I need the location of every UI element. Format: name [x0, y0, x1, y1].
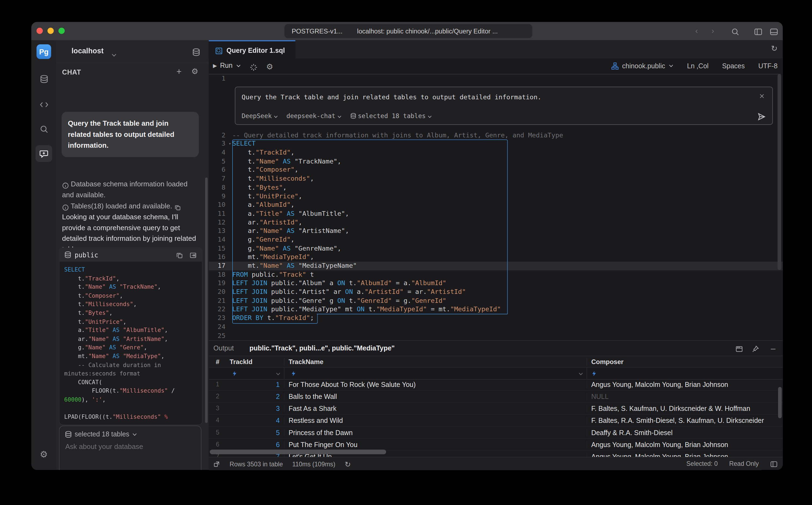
copy-icon[interactable]: [174, 203, 181, 211]
editor-line[interactable]: 14 g."GenreId",: [209, 235, 783, 244]
editor-line[interactable]: 13 ar."Name" AS "ArtistName",: [209, 227, 783, 235]
horizontal-scrollbar[interactable]: [210, 450, 386, 454]
fold-caret-icon[interactable]: ▾: [229, 140, 231, 149]
editor-scrollbar[interactable]: [778, 74, 781, 270]
column-header-trackid[interactable]: TrackId: [227, 358, 284, 365]
editor-line[interactable]: 21LEFT JOIN public."Genre" g ON t."Genre…: [209, 297, 783, 305]
chat-header: CHAT + ⚙: [56, 62, 209, 82]
settings-gear-icon[interactable]: ⚙: [31, 446, 56, 463]
table-row[interactable]: 22Balls to the WallNULL: [209, 390, 783, 402]
sql-editor[interactable]: 1 Query the Track table and join related…: [209, 74, 783, 340]
panel-toggle-icon[interactable]: [770, 460, 778, 468]
search-icon[interactable]: [730, 27, 741, 36]
editor-line[interactable]: 23ORDER BY t."TrackId";: [209, 314, 783, 323]
ai-provider-dropdown[interactable]: DeepSeek: [242, 112, 278, 120]
code-nav-icon[interactable]: [31, 96, 56, 113]
editor-line[interactable]: 16 mt."MediaTypeId",: [209, 253, 783, 262]
close-window-button[interactable]: [36, 28, 43, 34]
insert-code-icon[interactable]: [190, 251, 197, 259]
postgres-logo[interactable]: Pg: [36, 44, 51, 59]
editor-line[interactable]: 22LEFT JOIN public."MediaType" mt ON t."…: [209, 305, 783, 314]
vertical-scrollbar[interactable]: [778, 387, 782, 418]
editor-line[interactable]: 8 t."Bytes",: [209, 183, 783, 192]
code-block-header: public: [59, 248, 202, 262]
editor-line[interactable]: 1: [209, 74, 783, 83]
editor-line[interactable]: 12 ar."ArtistId",: [209, 218, 783, 227]
table-row[interactable]: 66Put The Finger On YouAngus Young, Malc…: [209, 439, 783, 451]
ai-tables-dropdown[interactable]: selected 18 tables: [350, 112, 432, 120]
toggle-sidebar-icon[interactable]: [753, 27, 764, 36]
editor-line[interactable]: 2-- Query detailed track information wit…: [209, 131, 783, 140]
encoding-indicator[interactable]: UTF-8: [758, 62, 778, 70]
editor-line[interactable]: 15 g."Name" AS "GenreName",: [209, 244, 783, 253]
minimize-window-button[interactable]: [48, 28, 54, 34]
output-result-tab[interactable]: public."Track", publi...e", public."Medi…: [249, 344, 394, 352]
zoom-window-button[interactable]: [58, 28, 65, 34]
filter-trackid[interactable]: [227, 368, 284, 379]
column-header-trackname[interactable]: TrackName: [284, 358, 587, 365]
editor-line[interactable]: 5 t."Name" AS "TrackName",: [209, 157, 783, 166]
tab-query-editor[interactable]: Query Editor 1.sql: [209, 40, 296, 59]
filter-trackname[interactable]: [284, 368, 587, 379]
schema-breadcrumb[interactable]: chinook.public: [611, 61, 673, 70]
ai-send-icon[interactable]: [757, 112, 766, 121]
minimize-panel-icon[interactable]: –: [771, 344, 776, 354]
filter-composer[interactable]: [587, 368, 783, 379]
editor-line[interactable]: 24: [209, 323, 783, 331]
history-forward-icon[interactable]: ›: [707, 26, 719, 35]
editor-line[interactable]: 25: [209, 331, 783, 340]
read-only-indicator[interactable]: Read Only: [729, 460, 759, 468]
editor-line[interactable]: 11 a."Title" AS "AlbumTitle",: [209, 209, 783, 218]
table-row[interactable]: 11For Those About To Rock (We Salute You…: [209, 378, 783, 390]
table-row[interactable]: 55Princess of the DawnDeaffy & R.A. Smit…: [209, 427, 783, 439]
table-row[interactable]: 33Fast As a SharkF. Baltes, S. Kaufman, …: [209, 403, 783, 415]
copy-code-icon[interactable]: [176, 251, 183, 259]
column-header-composer[interactable]: Composer: [587, 358, 783, 365]
chat-input-placeholder[interactable]: Ask about your database: [65, 443, 143, 451]
editor-line[interactable]: 19LEFT JOIN public."Album" a ON t."Album…: [209, 279, 783, 288]
editor-line[interactable]: 18FROM public."Track" t: [209, 270, 783, 279]
history-back-icon[interactable]: ‹: [691, 26, 703, 35]
schema-list-icon[interactable]: [192, 47, 201, 56]
ai-fix-wand-icon[interactable]: [249, 62, 258, 71]
connection-chevron-icon[interactable]: [111, 50, 117, 59]
indentation-indicator[interactable]: Spaces: [722, 62, 745, 70]
ai-prompt-text[interactable]: Query the Track table and join related t…: [242, 93, 541, 101]
search-nav-icon[interactable]: [31, 120, 56, 138]
line-col-indicator[interactable]: Ln ,Col: [687, 62, 709, 70]
new-chat-icon[interactable]: +: [177, 67, 182, 77]
chat-input-box[interactable]: selected 18 tables Ask about your databa…: [59, 426, 202, 470]
editor-line[interactable]: 7 t."Milliseconds",: [209, 174, 783, 183]
selected-tables-dropdown[interactable]: selected 18 tables: [65, 430, 137, 438]
editor-line[interactable]: 17 mt."Name" AS "MediaTypeName": [209, 262, 783, 270]
open-in-window-icon[interactable]: [735, 344, 743, 354]
table-row[interactable]: 44Restless and WildF. Baltes, R.A. Smith…: [209, 415, 783, 427]
chat-nav-icon[interactable]: [31, 145, 56, 162]
refresh-icon[interactable]: ↻: [771, 44, 778, 53]
chat-code-line: 60000), ':',: [64, 396, 202, 404]
play-icon: ▶: [213, 62, 217, 68]
filter-bolt-icon: [232, 369, 237, 378]
editor-line[interactable]: 4 t."TrackId",: [209, 148, 783, 157]
database-nav-icon[interactable]: [31, 70, 56, 88]
ai-model-dropdown[interactable]: deepseek-chat: [286, 112, 341, 120]
chat-settings-icon[interactable]: ⚙: [191, 67, 198, 76]
run-button[interactable]: ▶ Run: [213, 61, 241, 69]
inline-ai-widget[interactable]: Query the Track table and join related t…: [235, 87, 773, 125]
editor-line[interactable]: 6 t."Composer",: [209, 166, 783, 174]
pin-icon[interactable]: [751, 344, 759, 354]
editor-line[interactable]: 3✓▾SELECT: [209, 140, 783, 148]
editor-settings-gear-icon[interactable]: ⚙: [266, 62, 273, 71]
toggle-panel-icon[interactable]: [768, 27, 780, 36]
window-title: POSTGRES-v1... localhost: public chinook…: [284, 24, 532, 38]
refresh-results-icon[interactable]: ↻: [345, 460, 351, 469]
expand-results-icon[interactable]: [213, 460, 220, 468]
column-header-index[interactable]: #: [209, 358, 227, 365]
output-header: Output public."Track", publi...e", publi…: [209, 341, 783, 356]
connection-name[interactable]: localhost: [71, 46, 103, 55]
chat-scrollbar[interactable]: [205, 177, 208, 423]
editor-line[interactable]: 20LEFT JOIN public."Artist" ar ON a."Art…: [209, 288, 783, 296]
editor-line[interactable]: 10 a."AlbumId",: [209, 200, 783, 209]
editor-line[interactable]: 9 t."UnitPrice",: [209, 192, 783, 200]
close-icon[interactable]: [759, 91, 765, 101]
